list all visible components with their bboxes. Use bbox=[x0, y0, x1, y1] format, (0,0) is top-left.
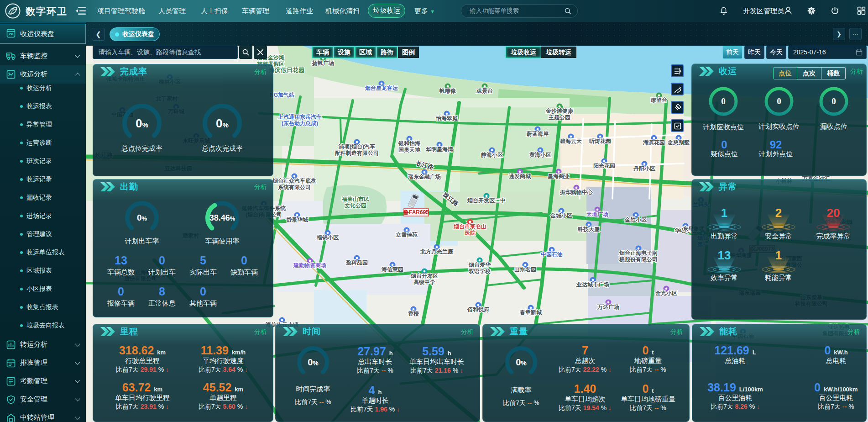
svg-text:黄海小区: 黄海小区 bbox=[529, 152, 551, 158]
svg-text:星海商业: 星海商业 bbox=[547, 173, 570, 179]
svg-text:主题公园: 主题公园 bbox=[548, 114, 570, 121]
svg-text:烟台开发区: 烟台开发区 bbox=[410, 273, 438, 279]
svg-text:海信慧园: 海信慧园 bbox=[381, 266, 403, 273]
svg-text:高级中学: 高级中学 bbox=[413, 279, 435, 285]
svg-text:福锦小区: 福锦小区 bbox=[316, 234, 339, 241]
svg-text:念慈别墅: 念慈别墅 bbox=[667, 139, 690, 146]
svg-text:海滨假日花园: 海滨假日花园 bbox=[268, 67, 304, 74]
svg-text:医院: 医院 bbox=[465, 230, 476, 236]
svg-text:国奥天地: 国奥天地 bbox=[398, 147, 421, 153]
svg-text:通发商城: 通发商城 bbox=[508, 173, 531, 179]
svg-text:科技大厦: 科技大厦 bbox=[577, 226, 600, 232]
svg-text:万达广场: 万达广场 bbox=[597, 304, 619, 310]
svg-text:阳光花园: 阳光花园 bbox=[593, 163, 615, 169]
svg-text:盈科品园: 盈科品园 bbox=[345, 259, 368, 266]
svg-text:文化公园: 文化公园 bbox=[344, 202, 366, 209]
svg-text:金光小区: 金光小区 bbox=[655, 290, 677, 296]
svg-text:天地广场: 天地广场 bbox=[586, 211, 608, 217]
svg-text:双语学校: 双语学校 bbox=[468, 268, 491, 274]
svg-text:观景台: 观景台 bbox=[476, 88, 493, 94]
svg-text:板股份有限公司: 板股份有限公司 bbox=[619, 256, 658, 263]
svg-text:静海小区: 静海小区 bbox=[481, 152, 503, 158]
svg-text:NG加气站: NG加气站 bbox=[270, 92, 295, 98]
svg-text:振华购物中心: 振华购物中心 bbox=[559, 189, 593, 195]
svg-text:佰和悦府: 佰和悦府 bbox=[467, 306, 490, 313]
svg-text:烟台汇众汽车底盘: 烟台汇众汽车底盘 bbox=[272, 178, 316, 184]
svg-text:瑞东金融广场: 瑞东金融广场 bbox=[408, 174, 441, 180]
svg-text:山水名园: 山水名园 bbox=[514, 266, 536, 273]
svg-text:浦项(烟台)汽车: 浦项(烟台)汽车 bbox=[338, 143, 376, 150]
svg-text:建勤物资商场: 建勤物资商场 bbox=[293, 262, 326, 269]
svg-text:立雪佳苑: 立雪佳苑 bbox=[395, 232, 418, 238]
svg-text:金城小区: 金城小区 bbox=[550, 212, 572, 219]
svg-text:金沙滩健康: 金沙滩健康 bbox=[545, 108, 574, 114]
svg-text:北方月光兰庭: 北方月光兰庭 bbox=[420, 248, 453, 255]
svg-text:岱景华城: 岱景华城 bbox=[286, 216, 309, 223]
svg-text:烟台金沙滩: 烟台金沙滩 bbox=[256, 54, 285, 61]
svg-text:丹阳小区: 丹阳小区 bbox=[633, 165, 655, 172]
svg-text:扬帆广场: 扬帆广场 bbox=[312, 60, 334, 66]
svg-text:烟台正海电子网: 烟台正海电子网 bbox=[619, 250, 658, 256]
svg-text:海滨花园: 海滨花园 bbox=[643, 139, 665, 146]
svg-text:春章新城: 春章新城 bbox=[519, 309, 542, 316]
svg-text:香橙: 香橙 bbox=[408, 311, 419, 317]
svg-text:烟台星龙客运: 烟台星龙客运 bbox=[365, 85, 398, 91]
svg-text:鲁FAR695: 鲁FAR695 bbox=[403, 209, 429, 216]
svg-text:瞭望台: 瞭望台 bbox=[651, 97, 667, 103]
svg-text:帆雕像: 帆雕像 bbox=[439, 88, 456, 94]
svg-text:福莱山市民: 福莱山市民 bbox=[341, 196, 369, 202]
svg-text:配件制造有限公司: 配件制造有限公司 bbox=[335, 150, 379, 156]
svg-text:碧海云天: 碧海云天 bbox=[559, 138, 582, 144]
svg-text:烟台开发区二中: 烟台开发区二中 bbox=[467, 197, 506, 204]
svg-text:蔚蓝海岸: 蔚蓝海岸 bbox=[526, 131, 549, 137]
svg-text:系统有限公司: 系统有限公司 bbox=[277, 184, 311, 190]
svg-text:业达城市广场: 业达城市广场 bbox=[576, 281, 609, 288]
svg-text:华明星海湾: 华明星海湾 bbox=[425, 146, 454, 153]
svg-text:怡海翠庭: 怡海翠庭 bbox=[435, 115, 458, 121]
svg-text:银和怡海: 银和怡海 bbox=[398, 140, 420, 147]
svg-text:(东岳动力总成): (东岳动力总成) bbox=[282, 120, 318, 127]
svg-text:听涛花园: 听涛花园 bbox=[589, 138, 611, 144]
svg-text:金胜小区: 金胜小区 bbox=[624, 216, 647, 223]
svg-text:中国石油: 中国石油 bbox=[541, 251, 563, 258]
svg-text:烟台市莱仑山: 烟台市莱仑山 bbox=[453, 223, 486, 230]
svg-text:烟台爱华: 烟台爱华 bbox=[468, 262, 491, 268]
svg-text:上汽通用东岳汽车: 上汽通用东岳汽车 bbox=[277, 114, 322, 120]
